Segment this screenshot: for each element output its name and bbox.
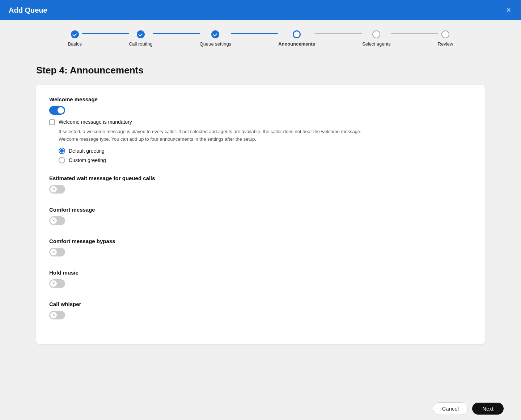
mandatory-checkbox-row: Welcome message is mandatory (49, 119, 472, 125)
card: Welcome message Welcome message is manda… (36, 85, 485, 344)
radio-label-custom: Custom greeting (69, 157, 106, 163)
section-call-whisper: Call whisper ✕ (49, 301, 472, 321)
welcome-message-toggle[interactable] (49, 106, 65, 115)
welcome-message-title: Welcome message (49, 96, 472, 102)
step-label-call-routing: Call routing (129, 41, 153, 47)
step-call-routing: Call routing (129, 30, 153, 47)
step-circle-queue-settings (211, 30, 219, 38)
step-queue-settings: Queue settings (200, 30, 231, 47)
call-whisper-title: Call whisper (49, 301, 472, 307)
stepper: Basics Call routing Queue settings Annou… (0, 20, 521, 54)
step-circle-review (441, 30, 449, 38)
page-title: Step 4: Announcements (36, 65, 485, 76)
radio-outer-default (59, 148, 65, 154)
dialog-title: Add Queue (9, 6, 47, 14)
step-label-review: Review (438, 41, 453, 47)
comfort-bypass-title: Comfort message bypass (49, 238, 472, 244)
comfort-message-title: Comfort message (49, 207, 472, 213)
radio-default-greeting[interactable]: Default greeting (59, 148, 472, 154)
comfort-message-toggle[interactable]: ✕ (49, 216, 65, 225)
radio-outer-custom (59, 157, 65, 164)
check-icon (59, 109, 63, 112)
main-content: Step 4: Announcements Welcome message We… (0, 54, 521, 359)
cancel-button[interactable]: Cancel (433, 402, 468, 415)
next-button[interactable]: Next (472, 403, 504, 415)
footer: Cancel Next (0, 397, 521, 420)
mandatory-label: Welcome message is mandatory (59, 119, 132, 125)
mandatory-checkbox[interactable] (49, 119, 55, 125)
radio-inner-default (60, 149, 64, 153)
section-hold-music: Hold music ✕ (49, 270, 472, 289)
hold-music-title: Hold music (49, 270, 472, 276)
step-basics: Basics (68, 30, 82, 47)
step-label-announcements: Announcements (278, 41, 315, 47)
close-button[interactable]: × (505, 5, 512, 16)
step-circle-select-agents (372, 30, 380, 38)
header: Add Queue × (0, 0, 521, 20)
step-announcements: Announcements (278, 30, 315, 47)
radio-custom-greeting[interactable]: Custom greeting (59, 157, 472, 164)
step-label-select-agents: Select agents (362, 41, 391, 47)
section-comfort-message: Comfort message ✕ (49, 207, 472, 226)
estimated-wait-title: Estimated wait message for queued calls (49, 175, 472, 181)
call-whisper-toggle[interactable]: ✕ (49, 311, 65, 319)
step-line-3 (231, 33, 278, 34)
section-welcome-message: Welcome message Welcome message is manda… (49, 96, 472, 164)
step-line-1 (82, 33, 129, 34)
radio-label-default: Default greeting (69, 148, 105, 154)
step-line-5 (391, 33, 438, 34)
greeting-radio-group: Default greeting Custom greeting (59, 148, 472, 164)
step-circle-call-routing (137, 30, 145, 38)
step-review: Review (438, 30, 453, 47)
welcome-description: If selected, a welcome message is played… (59, 128, 472, 143)
toggle-knob-welcome (58, 107, 64, 114)
step-circle-basics (71, 30, 79, 38)
step-label-queue-settings: Queue settings (200, 41, 231, 47)
step-select-agents: Select agents (362, 30, 391, 47)
step-label-basics: Basics (68, 41, 82, 47)
estimated-wait-toggle[interactable]: ✕ (49, 185, 65, 194)
comfort-bypass-toggle[interactable]: ✕ (49, 248, 65, 256)
section-estimated-wait: Estimated wait message for queued calls … (49, 175, 472, 195)
hold-music-toggle[interactable]: ✕ (49, 279, 65, 288)
step-circle-announcements (293, 30, 301, 38)
section-comfort-bypass: Comfort message bypass ✕ (49, 238, 472, 258)
step-line-4 (315, 33, 362, 34)
step-line-2 (153, 33, 200, 34)
